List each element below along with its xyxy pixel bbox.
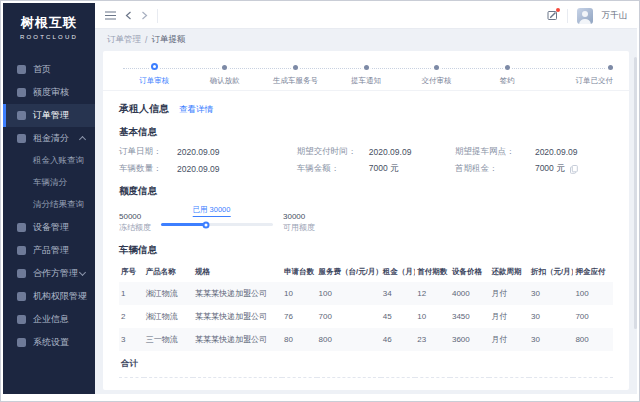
topbar-divider <box>567 9 568 23</box>
quota-used-tooltip: 已用 30000 <box>193 205 231 217</box>
brand-logo: 树根互联 ROOTCLOUD <box>3 3 95 46</box>
column-header: 规格 <box>193 262 282 282</box>
field-value: 2020.09.09 <box>177 164 220 174</box>
total-row: 合计 <box>119 351 613 378</box>
step-dot-icon <box>293 65 298 70</box>
back-icon[interactable] <box>125 11 132 20</box>
breadcrumb: 订单管理/订单提额 <box>95 29 637 51</box>
forward-icon[interactable] <box>141 11 148 20</box>
sidebar-item-label: 设备管理 <box>33 221 69 234</box>
stepper-step: 交付审核 <box>401 64 472 86</box>
quota-available-label: 可用额度 <box>283 223 315 234</box>
sidebar-item[interactable]: 首页 <box>3 58 95 81</box>
sidebar-item[interactable]: 机构权限管理 <box>3 285 95 308</box>
step-label: 签约 <box>500 76 515 86</box>
column-header: 申请台数 <box>282 262 317 282</box>
breadcrumb-item: 订单提额 <box>151 34 185 46</box>
sidebar-item[interactable]: 合作方管理 <box>3 262 95 285</box>
table-cell: 月付 <box>489 305 529 328</box>
scrollbar-thumb[interactable] <box>634 57 637 329</box>
step-dot-icon <box>364 65 369 70</box>
quota-frozen-value: 50000 <box>119 212 151 223</box>
info-field: 订单日期：2020.09.09 <box>119 146 297 158</box>
vehicle-table: 序号产品名称规格申请台数服务费（台/元/月）租金（月）首付期数设备价格还款周期折… <box>119 262 613 378</box>
basic-info-title: 基本信息 <box>119 126 613 139</box>
table-cell: 月付 <box>489 328 529 351</box>
sidebar-item[interactable]: 产品管理 <box>3 239 95 262</box>
table-cell: 三一物流 <box>144 328 193 351</box>
field-value: 7000 元 <box>535 163 565 175</box>
topbar: 万千山 <box>95 3 637 29</box>
table-cell: 100 <box>317 282 381 305</box>
table-cell: 76 <box>282 305 317 328</box>
quota-slider-fill <box>161 223 206 226</box>
column-header: 首付期数 <box>415 262 450 282</box>
field-label: 期望交付时间： <box>297 146 369 158</box>
sidebar-item[interactable]: 设备管理 <box>3 216 95 239</box>
table-cell: 800 <box>317 328 381 351</box>
table-cell: 3 <box>119 328 144 351</box>
sidebar-subitem[interactable]: 清分结果查询 <box>3 194 95 216</box>
breadcrumb-item[interactable]: 订单管理 <box>107 34 141 46</box>
table-cell: 湘江物流 <box>144 305 193 328</box>
quota-slider-thumb[interactable] <box>202 221 209 228</box>
table-cell: 30 <box>529 328 573 351</box>
hamburger-icon[interactable] <box>105 11 116 20</box>
step-label: 订单审核 <box>139 76 169 86</box>
chevron-up-icon <box>79 136 86 143</box>
copy-icon[interactable] <box>570 165 578 174</box>
sidebar-item-label: 租金清分 <box>33 132 69 145</box>
column-header: 折扣（元/月） <box>529 262 573 282</box>
table-row: 3三一物流某某某快递加盟公司8080046233600月付30800 <box>119 328 613 351</box>
table-cell: 80 <box>282 328 317 351</box>
info-field: 首期租金：7000 元 <box>455 163 613 175</box>
step-label: 交付审核 <box>422 76 452 86</box>
quota-available-value: 30000 <box>283 212 315 223</box>
breadcrumb-separator: / <box>145 35 147 45</box>
step-dot-icon <box>151 63 158 70</box>
vehicle-info-title: 车辆信息 <box>119 244 613 257</box>
step-dot-icon <box>505 65 510 70</box>
step-label: 订单已交付 <box>576 76 614 86</box>
main-area: 万千山 订单管理/订单提额 订单审核确认放款生成车服务号提车通知交付审核签约订单… <box>95 3 637 394</box>
column-header: 序号 <box>119 262 144 282</box>
sidebar-item-label: 订单管理 <box>33 109 69 122</box>
sidebar-subitem[interactable]: 车辆清分 <box>3 172 95 194</box>
user-name[interactable]: 万千山 <box>602 10 628 22</box>
sidebar-item-label: 产品管理 <box>33 244 69 257</box>
sidebar-item[interactable]: 租金清分 <box>3 127 95 150</box>
table-cell: 10 <box>282 282 317 305</box>
step-label: 确认放款 <box>210 76 240 86</box>
field-label: 车辆数量： <box>119 163 177 175</box>
table-cell: 30 <box>529 282 573 305</box>
avatar[interactable] <box>577 8 593 24</box>
menu-item-icon <box>17 315 26 324</box>
table-cell: 100 <box>573 282 613 305</box>
stepper-step: 提车通知 <box>331 64 402 86</box>
order-stepper: 订单审核确认放款生成车服务号提车通知交付审核签约订单已交付 <box>103 51 629 91</box>
info-field: 车辆数量：2020.09.09 <box>119 163 297 175</box>
menu-item-icon <box>17 338 26 347</box>
menu-item-icon <box>17 246 26 255</box>
table-cell: 700 <box>317 305 381 328</box>
quota-slider[interactable]: 已用 30000 <box>161 223 273 226</box>
chevron-down-icon <box>79 269 86 276</box>
notification-badge-dot <box>556 8 560 12</box>
stepper-step: 生成车服务号 <box>260 64 331 86</box>
table-cell: 某某某快递加盟公司 <box>193 282 282 305</box>
sidebar-item[interactable]: 额度审核 <box>3 81 95 104</box>
table-cell: 湘江物流 <box>144 282 193 305</box>
stepper-step: 订单已交付 <box>542 64 613 86</box>
sidebar-item[interactable]: 系统设置 <box>3 331 95 354</box>
lessee-section-title: 承租人信息 <box>119 102 169 116</box>
stepper-step: 签约 <box>472 64 543 86</box>
field-label: 车辆金额： <box>297 163 369 175</box>
view-detail-link[interactable]: 查看详情 <box>179 104 213 116</box>
table-cell: 30 <box>529 305 573 328</box>
column-header: 押金应付 <box>573 262 613 282</box>
sidebar-item[interactable]: 企业信息 <box>3 308 95 331</box>
sidebar-subitem[interactable]: 租金入账查询 <box>3 150 95 172</box>
field-value: 7000 元 <box>369 163 399 175</box>
sidebar-item[interactable]: 订单管理 <box>3 104 95 127</box>
notification-icon[interactable] <box>547 10 558 21</box>
